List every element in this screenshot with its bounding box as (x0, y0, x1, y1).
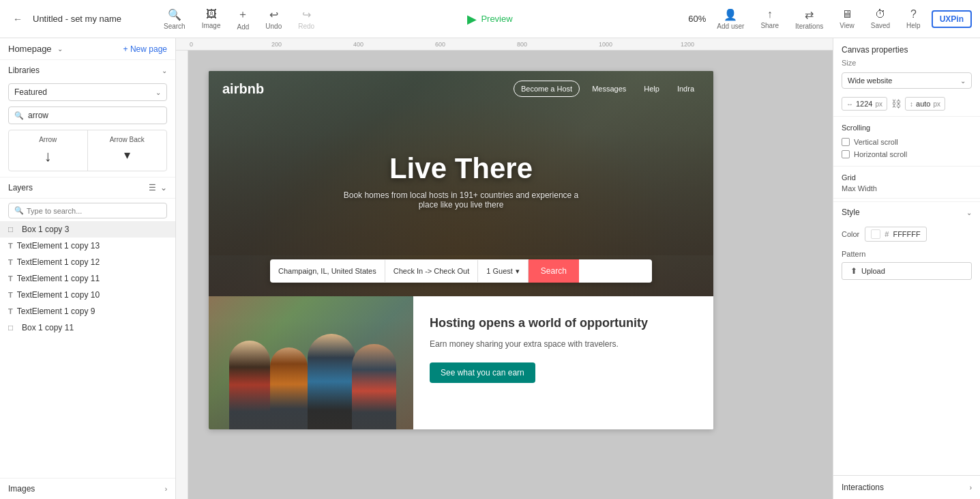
image-tool-icon: 🖼 (206, 8, 217, 20)
layers-list: □ Box 1 copy 3 T TextElement 1 copy 13 T… (0, 221, 175, 478)
height-input[interactable]: ↕ auto px (905, 97, 945, 111)
layers-search-input[interactable] (27, 207, 161, 215)
hero-search-bar: Champaign, IL, United States Check In ->… (270, 259, 652, 283)
style-section-header[interactable]: Style ⌄ (833, 201, 980, 223)
search-tool-button[interactable]: 🔍 Search (157, 4, 192, 34)
uxpin-button[interactable]: UXPin (932, 10, 972, 28)
layer-name: TextElement 1 copy 9 (17, 306, 95, 316)
user-link[interactable]: Indra (672, 82, 700, 96)
layers-section-header: Layers ☰ ⌄ (0, 177, 175, 199)
divider (833, 116, 980, 117)
layer-name: Box 1 copy 3 (22, 225, 69, 234)
undo-label: Undo (265, 23, 282, 30)
text-layer-icon: T (8, 307, 13, 315)
canvas-content[interactable]: airbnb Become a Host Messages Help Indra… (188, 51, 833, 499)
style-title: Style (842, 208, 860, 217)
help-link[interactable]: Help (638, 82, 665, 96)
layer-item[interactable]: T TextElement 1 copy 9 (0, 303, 175, 319)
layers-sort-icon[interactable]: ☰ (149, 183, 156, 193)
guests-dropdown[interactable]: 1 Guest ▾ (478, 260, 529, 283)
arrow-item-back[interactable]: Arrow Back ▾ (88, 130, 167, 171)
layer-item[interactable]: T TextElement 1 copy 12 (0, 254, 175, 270)
search-button[interactable]: Search (529, 259, 579, 283)
images-title: Images (8, 484, 35, 494)
library-dropdown[interactable]: Featured ⌄ (8, 83, 167, 101)
color-value: FFFFFF (893, 230, 920, 238)
size-link-icon: ⛓ (891, 98, 901, 109)
messages-link[interactable]: Messages (586, 82, 632, 96)
hero-text-block: Live There Book homes from local hosts i… (335, 152, 587, 210)
new-page-button[interactable]: + New page (123, 44, 167, 54)
guests-value: 1 Guest (486, 267, 513, 275)
interactions-footer[interactable]: Interactions › (833, 475, 980, 499)
design-frame: airbnb Become a Host Messages Help Indra… (209, 71, 713, 429)
library-search-input[interactable] (28, 111, 161, 120)
hosting-cta-button[interactable]: See what you can earn (430, 362, 535, 383)
interactions-chevron-icon: › (970, 484, 972, 491)
layer-name: Box 1 copy 11 (22, 323, 74, 332)
add-user-button[interactable]: 👤 Add user (711, 5, 749, 33)
arrow-preview-grid: Arrow ↓ Arrow Back ▾ (8, 130, 167, 171)
color-label: Color (842, 230, 859, 238)
layer-name: TextElement 1 copy 12 (17, 257, 100, 267)
redo-button[interactable]: ↪ Redo (291, 4, 321, 34)
location-field[interactable]: Champaign, IL, United States (270, 260, 385, 282)
size-dropdown-label: Wide website (848, 76, 960, 85)
dates-field[interactable]: Check In -> Check Out (385, 260, 479, 282)
toolbar-left: ← Untitled - set my name (8, 10, 121, 29)
arrow-label-back: Arrow Back (110, 136, 145, 143)
share-button[interactable]: ↑ Share (755, 5, 784, 32)
text-layer-icon: T (8, 291, 13, 299)
saved-icon: ⏱ (875, 8, 886, 20)
layer-item[interactable]: T TextElement 1 copy 11 (0, 270, 175, 287)
width-input[interactable]: ↔ 1224 px (842, 97, 887, 111)
toolbar: ← Untitled - set my name 🔍 Search 🖼 Imag… (0, 0, 980, 38)
add-tool-icon: ＋ (237, 8, 248, 22)
help-button[interactable]: ? Help (901, 5, 926, 32)
search-tool-icon: 🔍 (168, 8, 181, 21)
image-tool-button[interactable]: 🖼 Image (195, 4, 228, 33)
arrow-item-down[interactable]: Arrow ↓ (9, 130, 88, 171)
layer-item[interactable]: T TextElement 1 copy 10 (0, 287, 175, 303)
horizontal-scroll-checkbox[interactable] (842, 150, 850, 158)
pattern-row: Pattern ⬆ Upload (833, 246, 980, 284)
iterations-button[interactable]: ⇄ Iterations (790, 5, 829, 33)
height-icon: ↕ (910, 100, 913, 108)
images-section-header[interactable]: Images › (0, 478, 175, 499)
libraries-section-header[interactable]: Libraries ⌄ (0, 60, 175, 81)
saved-button[interactable]: ⏱ Saved (865, 5, 895, 32)
pattern-label: Pattern (842, 250, 972, 258)
divider (833, 166, 980, 167)
hero-navbar: airbnb Become a Host Messages Help Indra (209, 71, 713, 106)
layer-item[interactable]: T TextElement 1 copy 13 (0, 238, 175, 254)
size-inputs-row: ↔ 1224 px ⛓ ↕ auto px (833, 94, 980, 113)
preview-button[interactable]: ▶ Preview (454, 8, 526, 31)
help-icon: ? (910, 8, 917, 20)
undo-button[interactable]: ↩ Undo (258, 4, 288, 34)
scrolling-title: Scrolling (842, 124, 972, 132)
size-dropdown[interactable]: Wide website ⌄ (842, 72, 972, 89)
upload-button[interactable]: ⬆ Upload (842, 262, 972, 280)
add-tool-button[interactable]: ＋ Add (230, 3, 256, 35)
text-layer-icon: T (8, 258, 13, 266)
become-host-button[interactable]: Become a Host (514, 81, 580, 97)
text-layer-icon: T (8, 242, 13, 250)
layer-name: TextElement 1 copy 10 (17, 290, 100, 300)
back-button[interactable]: ← (8, 10, 27, 29)
hosting-section: Hosting opens a world of opportunity Ear… (209, 296, 713, 429)
left-panel: Homepage ⌄ + New page Libraries ⌄ Featur… (0, 38, 176, 499)
hero-logo: airbnb (222, 81, 264, 97)
size-section-label: Size (833, 59, 980, 71)
layer-item[interactable]: □ Box 1 copy 11 (0, 319, 175, 336)
layers-chevron-icon[interactable]: ⌄ (160, 183, 167, 193)
height-value: auto (916, 100, 930, 108)
vertical-scroll-label: Vertical scroll (854, 138, 898, 146)
redo-label: Redo (298, 23, 314, 30)
ruler-mark: 800 (516, 41, 597, 48)
color-swatch-container[interactable]: # FFFFFF (865, 227, 926, 242)
color-swatch (871, 229, 880, 239)
vertical-scroll-checkbox[interactable] (842, 138, 850, 146)
library-dropdown-label: Featured (14, 87, 155, 97)
layer-item[interactable]: □ Box 1 copy 3 (0, 221, 175, 238)
view-button[interactable]: 🖥 View (834, 5, 860, 32)
